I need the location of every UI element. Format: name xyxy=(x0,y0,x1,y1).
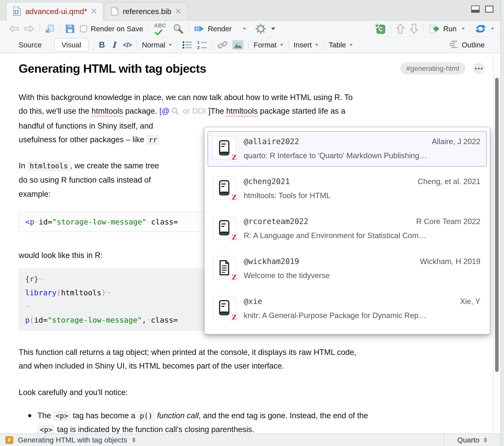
book-icon xyxy=(218,220,230,236)
rerun-icon[interactable] xyxy=(475,24,486,34)
zotero-badge: Z xyxy=(231,193,238,202)
link-icon[interactable] xyxy=(217,40,228,50)
reference-type-icon: Z xyxy=(213,216,236,239)
book-icon xyxy=(218,140,230,156)
outline-toggle[interactable]: Outline xyxy=(449,40,485,50)
reference-type-icon: Z xyxy=(213,296,236,319)
citation-item[interactable]: Z @allaire2022 Allaire, J 2022 quarto: R… xyxy=(207,131,487,167)
format-menu[interactable]: Format xyxy=(254,41,283,49)
insert-menu[interactable]: Insert xyxy=(294,41,319,49)
insert-chunk-button[interactable]: C xyxy=(375,23,386,34)
tab-references[interactable]: references.bib xyxy=(105,2,187,20)
reference-type-icon: Z xyxy=(213,136,236,159)
bullet-text: The <p> tag has become a p() function ca… xyxy=(37,409,368,434)
page-title: Generating HTML with tag objects xyxy=(19,61,206,76)
article-icon xyxy=(218,260,230,275)
citation-text: @wickham2019 Wickham, H 2019 Welcome to … xyxy=(244,255,480,283)
image-icon[interactable] xyxy=(233,40,243,50)
italic-icon[interactable]: I xyxy=(112,40,116,50)
render-label: Render xyxy=(208,25,232,33)
numbered-list-icon[interactable]: 12 xyxy=(197,40,207,50)
outline-icon xyxy=(449,40,458,50)
citation-id: @wickham2019 xyxy=(244,257,299,266)
file-icon xyxy=(111,7,119,17)
tab-label: advanced-ui.qmd* xyxy=(25,7,87,16)
tab-advanced-ui[interactable]: advanced-ui.qmd* xyxy=(6,2,103,21)
visual-mode-button[interactable]: Visual xyxy=(54,38,89,51)
close-icon[interactable] xyxy=(176,8,181,15)
paragraph-function-call: This function call returns a tag object;… xyxy=(19,345,485,373)
citation-title: quarto: R Interface to 'Quarto' Markdown… xyxy=(244,151,480,160)
book-icon xyxy=(218,300,230,316)
mode-updown-icon xyxy=(483,437,487,443)
svg-text:C: C xyxy=(379,26,383,33)
close-icon[interactable] xyxy=(91,8,97,15)
zotero-badge: Z xyxy=(231,273,238,281)
citation-item[interactable]: Z @wickham2019 Wickham, H 2019 Welcome t… xyxy=(207,251,487,287)
find-icon[interactable] xyxy=(173,24,183,34)
tab-label: references.bib xyxy=(123,7,171,16)
citation-id: @cheng2021 xyxy=(244,177,290,186)
checkbox-icon[interactable] xyxy=(80,25,87,32)
quarto-file-icon xyxy=(13,6,21,17)
paragraph-look: Look carefully and you'll notice: xyxy=(19,386,485,399)
anchor-badge: #generating-html xyxy=(400,62,466,75)
bold-icon[interactable]: B xyxy=(99,40,105,50)
maximize-icon[interactable] xyxy=(485,5,493,14)
svg-text:2: 2 xyxy=(197,45,199,50)
up-arrow-icon[interactable] xyxy=(396,24,405,34)
gear-icon[interactable] xyxy=(255,23,266,34)
citation-text: @allaire2022 Allaire, J 2022 quarto: R I… xyxy=(244,135,480,163)
paragraph-style-label: Normal xyxy=(142,41,165,49)
citation-item[interactable]: Z @cheng2021 Cheng, et al. 2021 htmltool… xyxy=(207,171,487,207)
format-label: Format xyxy=(254,41,277,49)
editor-mode-label: Quarto xyxy=(457,436,480,444)
svg-text:1: 1 xyxy=(197,40,199,45)
citation-id: @allaire2022 xyxy=(244,137,299,146)
citation-item[interactable]: Z @xie Xie, Y knitr: A General-Purpose P… xyxy=(207,291,487,326)
spellcheck-button[interactable]: ABC xyxy=(154,22,168,35)
source-mode-button[interactable]: Source xyxy=(12,39,49,51)
paragraph-style-dropdown[interactable]: Normal xyxy=(142,41,172,49)
save-button[interactable] xyxy=(65,24,75,34)
scrollbar[interactable] xyxy=(493,54,501,434)
reference-type-icon: Z xyxy=(213,256,236,279)
section-navigator[interactable]: # Generating HTML with tag objects xyxy=(0,434,444,446)
zotero-badge: Z xyxy=(231,233,238,241)
render-dropdown-caret[interactable] xyxy=(243,28,246,30)
section-updown-icon xyxy=(132,437,136,443)
forward-button[interactable] xyxy=(24,25,35,33)
citation-item[interactable]: Z @rcoreteam2022 R Core Team 2022 R: A L… xyxy=(207,211,487,247)
search-icon xyxy=(171,105,179,119)
citation-author: R Core Team 2022 xyxy=(416,217,480,226)
citation-text: @xie Xie, Y knitr: A General-Purpose Pac… xyxy=(244,295,480,323)
run-dropdown-caret[interactable] xyxy=(462,28,465,30)
bullet-list-icon[interactable] xyxy=(182,40,192,50)
status-bar: # Generating HTML with tag objects Quart… xyxy=(0,434,501,446)
citation-author: Wickham, H 2019 xyxy=(420,257,480,266)
render-on-save-checkbox[interactable]: Render on Save xyxy=(80,25,143,33)
citation-author: Cheng, et al. 2021 xyxy=(418,177,480,186)
format-toolbar: Source Visual B I </> Normal 12 Format xyxy=(0,37,501,53)
down-arrow-icon[interactable] xyxy=(410,24,418,34)
spellcheck-label: ABC xyxy=(154,22,166,29)
run-label: Run xyxy=(443,25,457,33)
citation-id: @xie xyxy=(244,297,262,306)
minimize-icon[interactable] xyxy=(471,5,480,14)
scrollbar-thumb[interactable] xyxy=(495,78,499,372)
code-icon[interactable]: </> xyxy=(123,41,132,49)
more-options-button[interactable] xyxy=(473,63,485,74)
popout-icon[interactable] xyxy=(45,24,55,34)
citation-title: Welcome to the tidyverse xyxy=(244,271,480,280)
book-icon xyxy=(218,180,230,196)
back-button[interactable] xyxy=(9,25,19,33)
rerun-dropdown-caret[interactable] xyxy=(491,28,494,30)
editor-mode-selector[interactable]: Quarto xyxy=(444,434,501,446)
zotero-badge: Z xyxy=(231,153,238,161)
status-section-label: Generating HTML with tag objects xyxy=(18,436,127,444)
citation-id: @rcoreteam2022 xyxy=(244,217,308,226)
render-button[interactable]: Render xyxy=(194,24,232,33)
run-button[interactable]: Run xyxy=(429,24,457,33)
table-menu[interactable]: Table xyxy=(329,41,353,49)
gear-dropdown-caret[interactable] xyxy=(271,28,275,30)
